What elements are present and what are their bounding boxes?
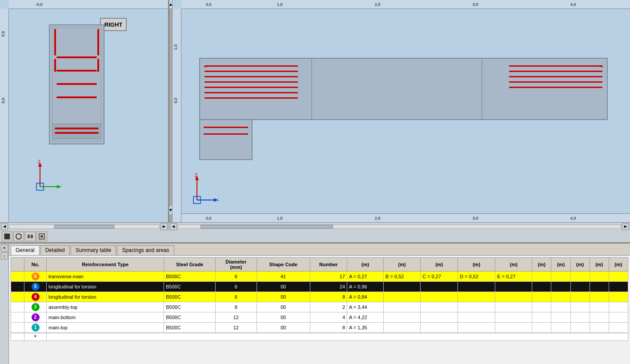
table-row[interactable]: 4 longitudinal for torsionB500C6008A = 0… xyxy=(11,292,628,302)
table-row[interactable]: 3 assembly-topB500C8002A = 3,44 xyxy=(11,302,628,312)
row-number: 17 xyxy=(310,272,347,282)
right-beam-top: → → xyxy=(199,58,608,120)
left-scrollbar-track[interactable] xyxy=(9,224,160,229)
rebar-h-2 xyxy=(56,70,97,72)
right-ruler-left: 1,0 0,0 xyxy=(173,9,181,222)
rebar-v-1 xyxy=(54,29,56,56)
toolbar-btn-rect[interactable] xyxy=(2,232,12,241)
reinforcement-table: No. Reinforcement Type Steel Grade Diame… xyxy=(11,257,628,333)
right-axis: Z X xyxy=(184,173,219,209)
row-m6 xyxy=(532,272,551,282)
row-shape-code: 00 xyxy=(257,282,310,292)
row-shape-code: 00 xyxy=(257,302,310,312)
bottom-panel: ✕ ↕ General Detailed Summary table Spaci… xyxy=(0,243,630,364)
rebar-h-4 xyxy=(56,96,97,98)
th-number[interactable]: Number xyxy=(310,258,347,272)
row-m9 xyxy=(590,323,609,333)
table-row[interactable]: 2 main-bottomB500C12004A = 4,22 xyxy=(11,312,628,323)
row-m5 xyxy=(495,292,532,302)
row-m3 xyxy=(421,312,458,323)
th-shape-code[interactable]: Shape Code xyxy=(257,258,310,272)
row-type: assembly-top xyxy=(47,302,164,312)
viewport-divider[interactable]: ▲ ▼ xyxy=(169,0,173,222)
row-m10 xyxy=(609,282,628,292)
row-m1: A = 0,84 xyxy=(347,292,384,302)
row-m5 xyxy=(495,302,532,312)
ruler-label-05: 0,5 xyxy=(1,31,5,37)
right-ruler-bottom: 0,0 1,0 2,0 3,0 4,0 xyxy=(181,213,630,222)
row-m10 xyxy=(609,323,628,333)
th-diameter[interactable]: Diameter(mm) xyxy=(216,258,257,272)
scroll-right-arrow[interactable]: ▶ xyxy=(161,223,168,230)
th-m1: (m) xyxy=(347,258,384,272)
tab-summary-table[interactable]: Summary table xyxy=(71,245,116,255)
tab-spacings-areas[interactable]: Spacings and areas xyxy=(117,245,174,255)
row-m8 xyxy=(570,302,590,312)
row-diameter: 6 xyxy=(216,292,257,302)
left-viewport: -0,0 0,5 0,0 RIGHT xyxy=(0,0,169,222)
row-m7 xyxy=(551,282,570,292)
rb-0: 0,0 xyxy=(206,216,212,220)
svg-text:X: X xyxy=(218,197,219,202)
row-m8 xyxy=(570,272,590,282)
row-m2 xyxy=(384,312,421,323)
tab-general[interactable]: General xyxy=(11,245,40,255)
scroll-right2-left-arrow[interactable]: ◀ xyxy=(170,223,177,230)
row-m7 xyxy=(551,312,570,323)
table-row[interactable]: 6 transverse-mainB500C64117A = 0,27B = 0… xyxy=(11,272,628,282)
table-row[interactable]: 5 longitudinal for torsionB500C60024A = … xyxy=(11,282,628,292)
th-steel-grade[interactable]: Steel Grade xyxy=(164,258,216,272)
row-number: 8 xyxy=(310,323,347,333)
row-m7 xyxy=(551,272,570,282)
row-m6 xyxy=(532,323,551,333)
row-m4 xyxy=(458,282,495,292)
rt-4: 4,0 xyxy=(570,2,576,7)
right-scrollbar-track[interactable] xyxy=(178,224,621,229)
row-type: main-bottom xyxy=(47,312,164,323)
row-steel-grade: B500C xyxy=(164,323,216,333)
divider-bottom-arrow[interactable]: ▼ xyxy=(169,205,172,214)
row-no: 3 xyxy=(24,302,47,312)
side-icon-x[interactable]: ✕ xyxy=(1,244,8,252)
row-m1: A = 0,27 xyxy=(347,272,384,282)
right-scrollbar-thumb[interactable] xyxy=(201,225,333,228)
right-scrollbar: ◀ ▶ xyxy=(169,223,630,230)
svg-marker-4 xyxy=(57,185,61,188)
rebar-h-1 xyxy=(56,56,97,58)
row-shape-code: 00 xyxy=(257,292,310,302)
th-reinforcement-type[interactable]: Reinforcement Type xyxy=(47,258,164,272)
toolbar-btn-circle[interactable] xyxy=(13,232,24,241)
toolbar-btn-channel[interactable] xyxy=(36,232,47,241)
row-m4 xyxy=(458,312,495,323)
row-m4 xyxy=(458,302,495,312)
row-m1: A = 4,22 xyxy=(347,312,384,323)
tab-detailed[interactable]: Detailed xyxy=(40,245,70,255)
row-shape-code: 00 xyxy=(257,323,310,333)
row-m4 xyxy=(458,323,495,333)
scroll-left-arrow[interactable]: ◀ xyxy=(1,223,8,230)
row-m4: D = 0,52 xyxy=(458,272,495,282)
right-beam-stem xyxy=(199,120,253,160)
row-m3: C = 0,27 xyxy=(421,272,458,282)
row-m4 xyxy=(458,292,495,302)
left-ruler-left: 0,5 0,0 xyxy=(0,9,9,222)
divider-top-arrow[interactable]: ▲ xyxy=(169,0,172,9)
rebar-h-bottom2 xyxy=(55,132,99,134)
toolbar-btn-parallel[interactable] xyxy=(25,232,36,241)
rt-3: 3,0 xyxy=(473,2,478,7)
row-m2 xyxy=(384,282,421,292)
row-number: 2 xyxy=(310,302,347,312)
row-type: longitudinal for torsion xyxy=(47,282,164,292)
horizontal-scrollbar: ◀ ▶ ◀ ▶ xyxy=(0,222,630,230)
row-diameter: 12 xyxy=(216,323,257,333)
row-diameter: 6 xyxy=(216,272,257,282)
scroll-right2-right-arrow[interactable]: ▶ xyxy=(622,223,629,230)
row-m10 xyxy=(609,302,628,312)
left-scrollbar-thumb[interactable] xyxy=(54,225,114,228)
table-row[interactable]: 1 main-topB500C12008A = 1,35 xyxy=(11,323,628,333)
row-m8 xyxy=(570,292,590,302)
th-no[interactable]: No. xyxy=(24,258,47,272)
svg-point-15 xyxy=(16,234,21,239)
row-indicator xyxy=(11,323,24,333)
side-icon-resize[interactable]: ↕ xyxy=(1,252,8,260)
